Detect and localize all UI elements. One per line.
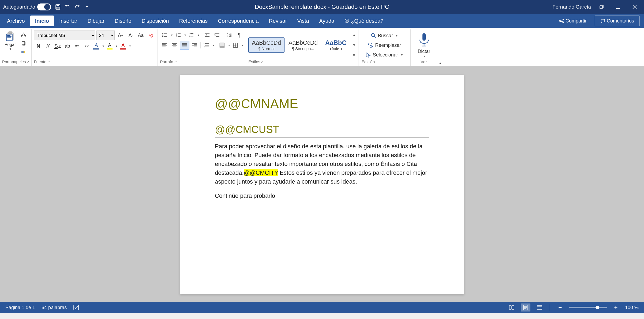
estilos-expand-icon[interactable]: ↗: [261, 60, 264, 64]
sort-button[interactable]: AZ: [224, 31, 234, 40]
font-color-dropdown-arrow[interactable]: ▼: [102, 45, 104, 48]
portapapeles-label: Portapapeles ↗: [2, 59, 29, 65]
autosave-switch[interactable]: [37, 3, 51, 10]
numbering-dropdown[interactable]: ▼: [184, 34, 186, 37]
superscript-button[interactable]: x2: [82, 41, 91, 51]
zoom-slider[interactable]: [569, 307, 607, 308]
menu-inicio[interactable]: Inicio: [30, 16, 54, 26]
font-color-button[interactable]: A: [92, 41, 101, 51]
print-layout-button[interactable]: [521, 303, 530, 312]
multilevel-dropdown[interactable]: ▼: [197, 34, 200, 37]
read-view-button[interactable]: [507, 303, 516, 312]
cut-button[interactable]: [19, 31, 28, 39]
menu-referencias[interactable]: Referencias: [174, 16, 213, 26]
bold-button[interactable]: N: [34, 41, 43, 51]
line-spacing-button[interactable]: [202, 41, 211, 50]
multilevel-list-button[interactable]: 1.1.2.: [187, 31, 196, 40]
line-spacing-dropdown[interactable]: ▼: [212, 44, 215, 47]
dictar-dropdown[interactable]: ▼: [423, 55, 426, 58]
redo-icon[interactable]: [73, 2, 82, 12]
styles-scroll-down[interactable]: ▼: [351, 43, 357, 47]
parrafo-expand-icon[interactable]: ↗: [174, 60, 177, 64]
menu-vista[interactable]: Vista: [292, 16, 314, 26]
style-normal[interactable]: AaBbCcDd ¶ Normal: [248, 37, 284, 53]
menu-revisar[interactable]: Revisar: [264, 16, 292, 26]
menu-que-desea[interactable]: ¿Qué desea?: [340, 16, 388, 26]
clear-formatting-button[interactable]: A: [146, 31, 155, 40]
align-left-button[interactable]: [160, 41, 170, 50]
italic-button[interactable]: K: [43, 41, 53, 51]
zoom-in-button[interactable]: +: [611, 303, 621, 312]
format-painter-button[interactable]: [19, 48, 28, 56]
increase-indent-button[interactable]: [212, 31, 222, 40]
borders-dropdown[interactable]: ▼: [241, 44, 244, 47]
seleccionar-dropdown[interactable]: ▼: [400, 53, 403, 57]
restore-down-button[interactable]: [595, 2, 608, 12]
menu-disposicion[interactable]: Disposición: [137, 16, 174, 26]
web-view-button[interactable]: [535, 303, 544, 312]
buscar-button[interactable]: Buscar ▼: [362, 31, 407, 40]
font-size-select[interactable]: 24: [96, 31, 115, 40]
zoom-out-button[interactable]: −: [555, 303, 565, 312]
undo-icon[interactable]: [63, 2, 72, 12]
styles-scroll-up[interactable]: ▲: [351, 33, 357, 37]
underline-button[interactable]: S ▼: [53, 41, 62, 51]
copy-button[interactable]: [19, 40, 28, 47]
subscript-button[interactable]: x2: [72, 41, 81, 51]
borders-button[interactable]: [231, 41, 240, 50]
underline-dropdown-arrow[interactable]: ▼: [58, 45, 61, 48]
autosave-toggle[interactable]: Autoguardado: [3, 3, 51, 10]
menu-correspondencia[interactable]: Correspondencia: [213, 16, 263, 26]
menu-archivo[interactable]: Archivo: [2, 16, 30, 26]
page-info: Página 1 de 1: [5, 305, 35, 310]
buscar-dropdown[interactable]: ▼: [395, 34, 398, 37]
parrafo-section: ▼ 1.2.3. ▼ 1.1.2. ▼: [158, 29, 246, 66]
font-name-select[interactable]: Trebuchet MS: [34, 31, 95, 40]
align-center-button[interactable]: [170, 41, 179, 50]
seleccionar-button[interactable]: Seleccionar ▼: [362, 50, 407, 59]
paste-button[interactable]: Pegar ▼: [2, 29, 18, 59]
numbering-button[interactable]: 1.2.3.: [173, 31, 183, 40]
increase-font-button[interactable]: A+: [116, 31, 125, 40]
font-color2-button[interactable]: A: [118, 41, 128, 51]
spelling-check-icon[interactable]: [73, 305, 79, 310]
strikethrough-button[interactable]: ab: [63, 41, 72, 51]
fuente-expand-icon[interactable]: ↗: [47, 60, 50, 64]
ribbon-collapse-button[interactable]: ▲: [439, 61, 442, 65]
dictar-button[interactable]: Dictar ▼: [415, 31, 433, 59]
customize-qa-icon[interactable]: [82, 2, 91, 12]
shading-dropdown[interactable]: ▼: [228, 44, 230, 47]
font-color2-dropdown-arrow[interactable]: ▼: [129, 45, 131, 48]
menu-ayuda[interactable]: Ayuda: [314, 16, 339, 26]
change-case-button[interactable]: Aa: [136, 31, 145, 40]
close-button[interactable]: [628, 2, 641, 12]
paste-dropdown-arrow[interactable]: ▼: [9, 47, 12, 51]
highlight-button[interactable]: A: [105, 41, 114, 51]
show-formatting-button[interactable]: ¶: [234, 31, 244, 40]
bullets-dropdown[interactable]: ▼: [170, 34, 173, 37]
reemplazar-button[interactable]: Reemplazar: [362, 41, 407, 50]
quick-access-toolbar: [53, 2, 91, 12]
svg-rect-82: [220, 46, 224, 48]
minimize-button[interactable]: [612, 2, 624, 12]
shading-button[interactable]: [217, 41, 227, 50]
menu-diseno[interactable]: Diseño: [110, 16, 136, 26]
align-right-button[interactable]: [190, 41, 199, 50]
styles-more-button[interactable]: ≡: [351, 53, 357, 57]
highlight-dropdown-arrow[interactable]: ▼: [115, 45, 118, 48]
portapapeles-expand-icon[interactable]: ↗: [27, 60, 29, 64]
align-justify-button[interactable]: [180, 41, 189, 50]
menu-dibujar[interactable]: Dibujar: [83, 16, 109, 26]
decrease-indent-button[interactable]: [202, 31, 212, 40]
zoom-knob[interactable]: [596, 306, 599, 309]
edicion-label: Edición: [362, 59, 407, 65]
style-sinespacio[interactable]: AaBbCcDd ¶ Sin espa...: [285, 37, 321, 53]
bullets-button[interactable]: [160, 31, 170, 40]
comments-button[interactable]: Comentarios: [595, 16, 640, 26]
save-icon[interactable]: [53, 2, 62, 12]
share-button[interactable]: Compartir: [554, 16, 592, 26]
menu-insertar[interactable]: Insertar: [54, 16, 82, 26]
svg-line-24: [22, 33, 24, 36]
decrease-font-button[interactable]: A-: [126, 31, 135, 40]
style-titulo1[interactable]: AaBbC Título 1: [322, 37, 350, 53]
